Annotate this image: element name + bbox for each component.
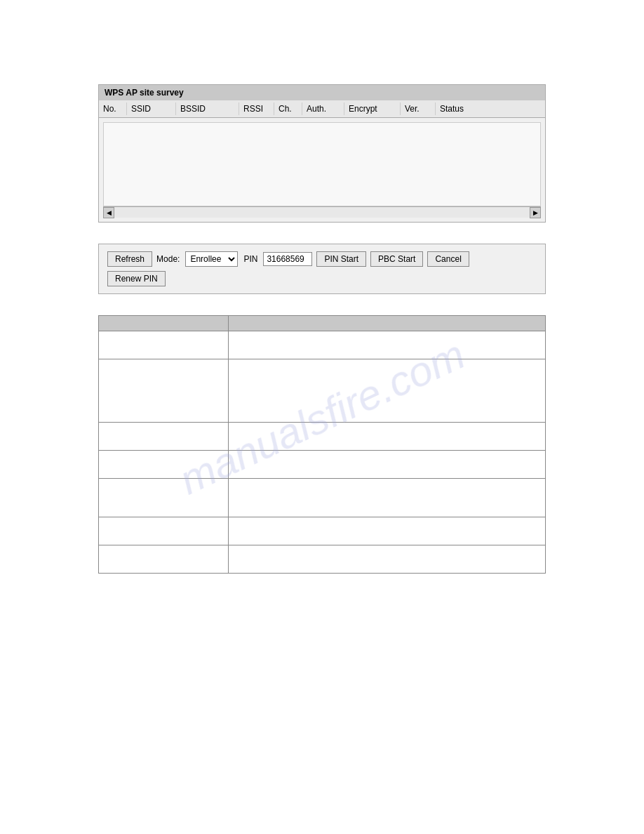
table-cell-right bbox=[229, 359, 546, 423]
table-cell-right bbox=[229, 451, 546, 479]
col-ssid: SSID bbox=[127, 102, 176, 115]
table-cell-right bbox=[229, 545, 546, 574]
scroll-track[interactable] bbox=[114, 207, 530, 218]
controls-row2: Renew PIN bbox=[107, 271, 537, 286]
wps-table-body[interactable] bbox=[103, 122, 541, 206]
col-status: Status bbox=[436, 102, 478, 115]
pin-value: 31668569 bbox=[263, 252, 312, 266]
table-cell-left bbox=[99, 545, 229, 574]
table-cell-left bbox=[99, 331, 229, 359]
pin-start-button[interactable]: PIN Start bbox=[316, 251, 366, 267]
mode-label: Mode: bbox=[156, 254, 180, 264]
wps-survey-panel: WPS AP site survey No. SSID BSSID RSSI C… bbox=[98, 84, 546, 223]
table-row bbox=[99, 359, 546, 423]
info-table-header-left bbox=[99, 316, 229, 331]
table-row bbox=[99, 451, 546, 479]
table-row bbox=[99, 331, 546, 359]
scroll-left-arrow[interactable]: ◀ bbox=[103, 207, 114, 218]
col-rssi: RSSI bbox=[239, 102, 274, 115]
wps-table-header: No. SSID BSSID RSSI Ch. Auth. Encrypt Ve… bbox=[99, 100, 545, 118]
scroll-right-arrow[interactable]: ▶ bbox=[530, 207, 541, 218]
table-cell-left bbox=[99, 423, 229, 451]
col-auth: Auth. bbox=[302, 102, 344, 115]
col-ch: Ch. bbox=[274, 102, 302, 115]
table-cell-right bbox=[229, 423, 546, 451]
table-cell-right bbox=[229, 517, 546, 545]
table-cell-left bbox=[99, 479, 229, 517]
table-cell-left bbox=[99, 517, 229, 545]
mode-select[interactable]: Enrollee Registrar bbox=[185, 251, 238, 267]
table-row bbox=[99, 479, 546, 517]
controls-panel: Refresh Mode: Enrollee Registrar PIN 316… bbox=[98, 244, 546, 294]
info-table bbox=[98, 315, 546, 574]
wps-horizontal-scrollbar[interactable]: ◀ ▶ bbox=[103, 206, 541, 218]
controls-row1: Refresh Mode: Enrollee Registrar PIN 316… bbox=[107, 251, 537, 267]
table-row bbox=[99, 423, 546, 451]
table-cell-left bbox=[99, 359, 229, 423]
renew-pin-button[interactable]: Renew PIN bbox=[107, 271, 166, 286]
table-cell-right bbox=[229, 331, 546, 359]
col-encrypt: Encrypt bbox=[344, 102, 401, 115]
table-cell-right bbox=[229, 479, 546, 517]
refresh-button[interactable]: Refresh bbox=[107, 251, 152, 267]
pin-label: PIN bbox=[243, 254, 257, 264]
table-row bbox=[99, 517, 546, 545]
cancel-button[interactable]: Cancel bbox=[427, 251, 469, 267]
col-ver: Ver. bbox=[401, 102, 436, 115]
wps-survey-title: WPS AP site survey bbox=[99, 85, 545, 100]
info-table-header-right bbox=[229, 316, 546, 331]
col-bssid: BSSID bbox=[176, 102, 239, 115]
table-cell-left bbox=[99, 451, 229, 479]
pbc-start-button[interactable]: PBC Start bbox=[370, 251, 423, 267]
col-no: No. bbox=[99, 102, 127, 115]
table-row bbox=[99, 545, 546, 574]
